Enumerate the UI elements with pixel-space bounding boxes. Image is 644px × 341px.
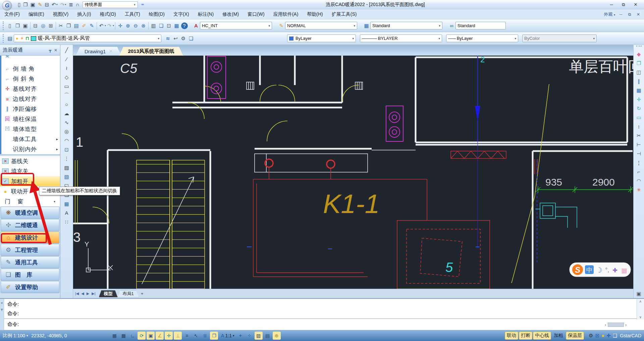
gradient-icon[interactable]: ▧: [62, 172, 71, 181]
cut-icon[interactable]: ✂: [57, 22, 65, 30]
polyline-icon[interactable]: ≀: [62, 64, 71, 73]
panel-item[interactable]: 识别内外 ▸: [1, 144, 60, 154]
layer-previous-icon[interactable]: ↩: [172, 35, 179, 43]
snap-grid-icon[interactable]: ▩: [119, 332, 127, 340]
trim-icon[interactable]: ✂: [635, 131, 643, 140]
restore-button[interactable]: ⧉: [619, 2, 629, 7]
print-icon[interactable]: ⊟: [44, 1, 50, 8]
pin-icon[interactable]: ┳: [49, 48, 51, 53]
toolbar-grip[interactable]: [3, 21, 4, 30]
layer-settings-icon[interactable]: ⚙: [179, 35, 187, 43]
save-icon[interactable]: ▣: [30, 1, 36, 8]
explode-icon[interactable]: ✳: [635, 185, 643, 194]
dynamic-ucs-icon[interactable]: ✛: [165, 332, 173, 340]
paste-icon[interactable]: ▤: [72, 22, 80, 30]
hatch-icon[interactable]: ▨: [62, 163, 71, 172]
panel-item[interactable]: ∥ 净距偏移: [1, 104, 60, 114]
command-history[interactable]: 命令: 命令:: [4, 299, 637, 319]
break-point-icon[interactable]: ⊣: [635, 149, 643, 158]
panel-item[interactable]: ⌐ 倒 斜 角: [1, 74, 60, 84]
copy-icon[interactable]: ❐: [635, 59, 643, 68]
grid-display-icon[interactable]: ▦: [110, 332, 118, 340]
settings-gear-icon[interactable]: ⚙: [589, 333, 593, 339]
spline-icon[interactable]: ∿: [62, 118, 71, 127]
hatch-display-icon[interactable]: ▨: [255, 332, 263, 340]
open-icon[interactable]: ❒: [14, 22, 21, 30]
monitor-icon[interactable]: ❑: [613, 333, 617, 339]
print-preview-icon[interactable]: ◎: [39, 22, 47, 30]
save-as-icon[interactable]: ✎: [37, 1, 43, 8]
rotate-icon[interactable]: ↻: [635, 104, 643, 113]
scroll-down-icon[interactable]: ∨: [639, 315, 642, 319]
toolbar-grip[interactable]: [3, 34, 4, 43]
tab-layout1[interactable]: 布局1: [118, 290, 139, 297]
toolbar-button[interactable]: [147, 22, 150, 30]
status-toggle[interactable]: 打断: [519, 332, 532, 340]
menu-item[interactable]: 视图(V): [49, 11, 73, 17]
help-icon[interactable]: ?: [180, 22, 188, 30]
isolate-layers-icon[interactable]: ≣: [201, 332, 209, 340]
erase-icon[interactable]: ◆: [635, 50, 643, 59]
doc-minimize-button[interactable]: ─: [618, 12, 624, 17]
table-icon[interactable]: ▦: [62, 199, 71, 208]
menu-item[interactable]: 格式(O): [95, 11, 120, 17]
mtext-icon[interactable]: A: [62, 208, 71, 217]
stretch-icon[interactable]: ↕: [635, 122, 643, 131]
lineweight-display-icon[interactable]: ≡: [183, 332, 191, 340]
copy-icon[interactable]: ❐: [65, 22, 72, 30]
annotation-visibility-icon[interactable]: ✦: [236, 332, 245, 340]
menu-item[interactable]: 文件(F): [0, 11, 24, 17]
toolbar-button[interactable]: [29, 22, 32, 30]
toolbar-overflow-icon[interactable]: ≂: [141, 2, 144, 7]
tab-2013-plan[interactable]: 2013风系统平面图纸: [119, 47, 183, 56]
insert-block-icon[interactable]: ⊡: [62, 145, 71, 154]
panel-item[interactable]: 墙体工具 ▸: [1, 134, 60, 144]
scroll-right-icon[interactable]: ›: [625, 322, 627, 327]
layer-lock-icon[interactable]: ⊓: [26, 36, 29, 41]
toolbar-grip[interactable]: [636, 46, 642, 49]
app-logo[interactable]: G: [0, 0, 13, 9]
toolbar-button[interactable]: [114, 22, 116, 30]
plot-icon[interactable]: ⊞: [47, 22, 55, 30]
construction-line-icon[interactable]: ∕: [62, 55, 71, 64]
redo-icon[interactable]: ↷▾: [59, 1, 67, 8]
toggle-item[interactable]: ✓ 加粗开: [0, 176, 60, 186]
mirror-icon[interactable]: ◫: [635, 68, 643, 77]
undo-icon[interactable]: ↶▾: [51, 1, 59, 8]
gstarcad-logo-icon[interactable]: G: [2, 1, 12, 11]
layer-on-bulb-icon[interactable]: ●: [16, 36, 18, 41]
layer-color-swatch[interactable]: [31, 36, 36, 41]
annotation-scale-control[interactable]: A 1:1 ▾: [221, 333, 234, 338]
status-toggle[interactable]: 联动: [505, 332, 518, 340]
array-icon[interactable]: ▦: [635, 86, 643, 95]
scale-control[interactable]: 比例 1:100 ▾: [3, 333, 28, 339]
category-button[interactable]: ✣ 二维暖通: [1, 219, 59, 231]
layer-freeze-sun-icon[interactable]: ☀: [20, 36, 24, 41]
ellipse-arc-icon[interactable]: ◠: [62, 136, 71, 145]
panel-item[interactable]: 回 墙柱保温: [1, 114, 60, 124]
rectangle-icon[interactable]: ▭: [62, 82, 71, 91]
design-center-icon[interactable]: ❏: [157, 22, 165, 30]
tab-nav-arrow-icon[interactable]: ◀: [81, 291, 84, 296]
save-icon[interactable]: ▣: [21, 22, 29, 30]
chamfer-icon[interactable]: ⌐: [635, 167, 643, 176]
panel-item[interactable]: ✛ 基线对齐: [1, 84, 60, 94]
layer-properties-icon[interactable]: ▤: [6, 35, 14, 43]
tab-nav-arrow-icon[interactable]: ▶: [87, 291, 89, 296]
text-style-combo[interactable]: HC_INT▾: [200, 22, 272, 29]
color-combo[interactable]: ByLayer▾: [287, 35, 356, 42]
toolbar-button[interactable]: [55, 22, 57, 30]
redo-icon[interactable]: ↷▾: [106, 22, 114, 30]
tab-close-icon[interactable]: ✕: [109, 49, 112, 54]
menu-item[interactable]: 标注(N): [194, 11, 218, 17]
panel-item[interactable]: ≡ 边线对齐: [1, 94, 60, 104]
category-button[interactable]: ❋ 暖通空调: [1, 207, 59, 219]
viewport-icon[interactable]: ❐: [210, 332, 218, 340]
panel-item[interactable]: ⌐ 倒 墙 角: [1, 64, 60, 74]
ortho-icon[interactable]: ∟: [128, 332, 137, 340]
match-properties-icon[interactable]: ✎: [88, 22, 96, 30]
layer-states-icon[interactable]: ≋: [164, 35, 172, 43]
print-icon[interactable]: ⊟: [32, 22, 39, 30]
doc-restore-button[interactable]: ⧉: [627, 12, 633, 17]
polar-tracking-icon[interactable]: ⟳: [138, 332, 146, 340]
